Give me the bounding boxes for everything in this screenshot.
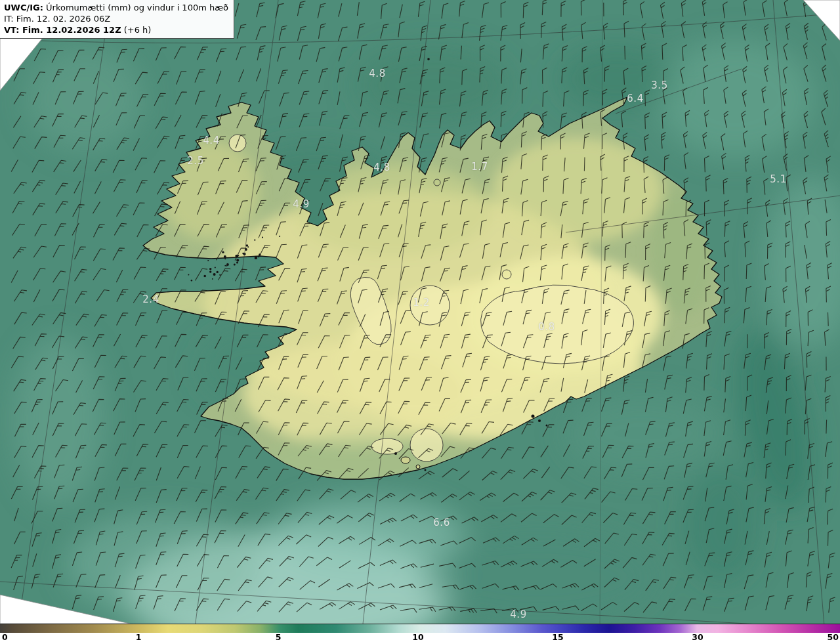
precip-value-label: 1.2 (413, 297, 429, 309)
eyjafjallajokull-glacier (371, 439, 403, 454)
precip-value-label: 5.1 (770, 173, 786, 185)
colorbar-tick-label: 5 (276, 633, 282, 642)
precip-value-label: 6.4 (627, 93, 643, 104)
valid-time-line: VT: Fim. 12.02.2026 12Z (+6 h) (4, 24, 228, 35)
colorbar-tick-label: 10 (412, 633, 423, 642)
title-box: UWC/IG: Úrkomumætti (mm) og vindur i 100… (0, 0, 234, 39)
myrdalsjokull-glacier (410, 429, 443, 461)
precip-value-label: 6.6 (433, 517, 450, 528)
precip-value-label: 4.8 (369, 68, 385, 79)
precip-value-label: 0.8 (538, 321, 555, 333)
colorbar-tick-label: 50 (828, 633, 839, 642)
precip-value-label: 2.5 (187, 155, 203, 167)
precip-value-label: 4.8 (373, 161, 390, 173)
colorbar-labels: 01510153050 (0, 633, 840, 642)
weather-map (0, 0, 840, 642)
precip-value-label: 4.4 (203, 135, 219, 146)
colorbar-tick-label: 15 (552, 633, 563, 642)
colorbar-tick-label: 1 (136, 633, 142, 642)
colorbar-tick-label: 0 (2, 633, 8, 642)
init-time-line: IT: Fim. 12. 02. 2026 06Z (4, 13, 228, 24)
precip-value-label: 2.4 (142, 293, 159, 305)
precip-value-label: 4.9 (293, 198, 309, 210)
title-line: UWC/IG: Úrkomumætti (mm) og vindur i 100… (4, 2, 228, 13)
precip-value-label: 4.9 (510, 609, 526, 620)
colorbar-tick-label: 30 (692, 633, 703, 642)
precip-value-label: 3.5 (651, 79, 667, 91)
precip-value-label: 1.7 (471, 161, 488, 173)
weather-map-stage: 4.83.56.44.42.54.81.75.14.91.22.40.86.64… (0, 0, 840, 642)
